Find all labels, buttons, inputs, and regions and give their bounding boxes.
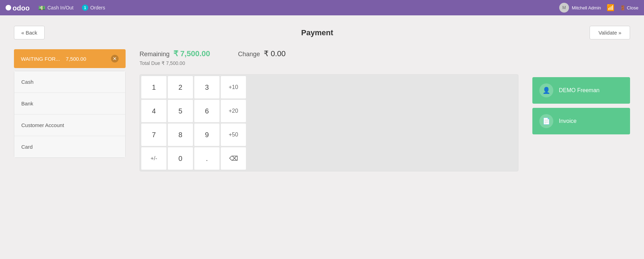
cash-in-out-nav[interactable]: 💵 Cash In/Out — [38, 5, 74, 11]
right-panel: 👤 DEMO Freeman 📄 Invoice — [532, 77, 630, 134]
change-label: Change — [238, 51, 260, 58]
numpad-key-backspace[interactable]: ⌫ — [221, 147, 246, 170]
topnav: odoo 💵 Cash In/Out 1 Orders M Mitchell A… — [0, 0, 644, 15]
header-row: « Back Payment Validate » — [14, 26, 630, 39]
cash-in-out-label: Cash In/Out — [47, 5, 74, 10]
close-button[interactable]: 🚪 Close — [620, 5, 638, 10]
numpad-key-plus20[interactable]: +20 — [221, 100, 246, 122]
numpad-key-4[interactable]: 4 — [141, 100, 166, 122]
numpad: 123+10456+20789+50+/-0.⌫ — [140, 74, 518, 171]
topnav-left: odoo 💵 Cash In/Out 1 Orders — [6, 3, 105, 13]
total-due: Total Due ₹ 7,500.00 — [140, 60, 210, 66]
numpad-key-plusslash-[interactable]: +/- — [141, 147, 166, 170]
numpad-key-8[interactable]: 8 — [168, 124, 193, 146]
change-block: Change ₹ 0.00 — [238, 49, 285, 66]
customer-button[interactable]: 👤 DEMO Freeman — [532, 77, 630, 104]
waiting-tag: WAITING FOR... 7,500.00 ✕ — [14, 49, 126, 68]
numpad-key-0[interactable]: 0 — [168, 147, 193, 170]
topnav-right: M Mitchell Admin 📶 🚪 Close — [559, 3, 638, 13]
validate-button[interactable]: Validate » — [590, 26, 630, 39]
change-value: ₹ 0.00 — [264, 49, 286, 58]
center-panel: Remaining ₹ 7,500.00 Total Due ₹ 7,500.0… — [140, 49, 518, 171]
left-panel: WAITING FOR... 7,500.00 ✕ Cash Bank Cust… — [14, 49, 126, 158]
payment-method-cash[interactable]: Cash — [14, 71, 125, 93]
numpad-key-dot[interactable]: . — [194, 147, 219, 170]
numpad-key-6[interactable]: 6 — [194, 100, 219, 122]
svg-rect-0 — [6, 5, 11, 10]
customer-label: DEMO Freeman — [559, 87, 599, 94]
orders-nav[interactable]: 1 Orders — [82, 5, 105, 11]
numpad-key-2[interactable]: 2 — [168, 76, 193, 98]
waiting-label: WAITING FOR... 7,500.00 — [21, 56, 86, 62]
svg-text:odoo: odoo — [13, 4, 30, 12]
waiting-close-button[interactable]: ✕ — [111, 55, 119, 62]
wifi-icon: 📶 — [607, 4, 614, 12]
amounts-row: Remaining ₹ 7,500.00 Total Due ₹ 7,500.0… — [140, 49, 518, 66]
orders-badge: 1 — [82, 5, 88, 11]
orders-label: Orders — [90, 5, 105, 10]
content-area: WAITING FOR... 7,500.00 ✕ Cash Bank Cust… — [14, 49, 630, 171]
back-button[interactable]: « Back — [14, 26, 45, 39]
payment-method-bank[interactable]: Bank — [14, 93, 125, 114]
remaining-value: ₹ 7,500.00 — [173, 49, 210, 58]
numpad-key-5[interactable]: 5 — [168, 100, 193, 122]
invoice-icon: 📄 — [539, 114, 553, 128]
avatar: M — [559, 3, 569, 13]
main-content: « Back Payment Validate » WAITING FOR...… — [0, 15, 644, 182]
numpad-key-1[interactable]: 1 — [141, 76, 166, 98]
close-label: Close — [627, 5, 638, 10]
close-icon: 🚪 — [620, 5, 626, 10]
numpad-key-plus50[interactable]: +50 — [221, 124, 246, 146]
admin-area: M Mitchell Admin — [559, 3, 601, 13]
customer-icon: 👤 — [539, 83, 553, 97]
invoice-label: Invoice — [559, 118, 577, 124]
cash-icon: 💵 — [38, 5, 45, 11]
payment-method-card[interactable]: Card — [14, 136, 125, 157]
numpad-key-7[interactable]: 7 — [141, 124, 166, 146]
numpad-key-plus10[interactable]: +10 — [221, 76, 246, 98]
remaining-label: Remaining — [140, 51, 170, 58]
numpad-key-3[interactable]: 3 — [194, 76, 219, 98]
payment-method-customer-account[interactable]: Customer Account — [14, 114, 125, 136]
numpad-key-9[interactable]: 9 — [194, 124, 219, 146]
remaining-block: Remaining ₹ 7,500.00 Total Due ₹ 7,500.0… — [140, 49, 210, 66]
admin-name: Mitchell Admin — [572, 5, 601, 10]
invoice-button[interactable]: 📄 Invoice — [532, 108, 630, 134]
payment-methods-list: Cash Bank Customer Account Card — [14, 71, 126, 158]
odoo-logo: odoo — [6, 3, 30, 13]
page-title: Payment — [301, 28, 333, 37]
